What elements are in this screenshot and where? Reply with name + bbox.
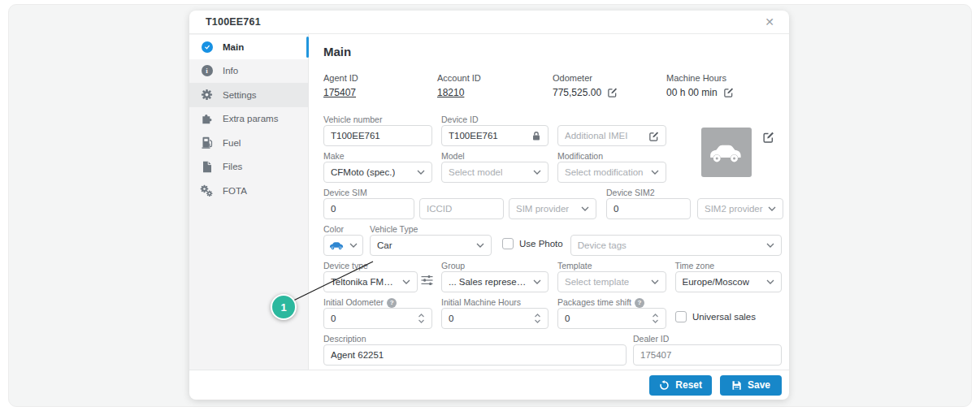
group-select[interactable]: ... Sales representatives <box>441 271 549 292</box>
description-input[interactable] <box>331 350 619 360</box>
packages-time-shift-input[interactable] <box>565 314 647 323</box>
edit-machine-hours-icon[interactable] <box>723 87 734 97</box>
fuel-pump-icon <box>200 136 214 149</box>
chevron-down-icon <box>402 279 410 284</box>
sidebar-item-main[interactable]: Main <box>189 35 308 59</box>
sidebar-item-files[interactable]: Files <box>189 155 308 180</box>
edit-imei-icon[interactable] <box>648 131 659 141</box>
use-photo-checkbox[interactable]: Use Photo <box>502 238 563 249</box>
agent-id-link[interactable]: 175407 <box>323 87 356 98</box>
dealer-id-input[interactable] <box>640 350 774 360</box>
model-select[interactable]: Select model <box>441 162 549 183</box>
make-select[interactable]: CFMoto (spec.) <box>323 162 432 183</box>
sim-provider-select[interactable]: SIM provider <box>509 198 596 219</box>
device-sim-label: Device SIM <box>323 188 596 198</box>
sidebar-item-extra-params[interactable]: Extra params <box>189 107 308 132</box>
sidebar-item-fota[interactable]: FOTA <box>189 179 308 203</box>
chevron-down-icon <box>533 279 541 284</box>
modification-select[interactable]: Select modification <box>557 162 666 183</box>
initial-odometer-input[interactable] <box>331 314 413 323</box>
stepper-icon[interactable] <box>652 312 659 325</box>
dealer-id-label: Dealer ID <box>633 334 782 344</box>
unit-properties-dialog: T100EE761 ✕ Main i Info Settings <box>189 11 789 400</box>
dialog-title: T100EE761 <box>206 16 761 28</box>
main-tab-content: Main Agent ID 175407 Account ID 18210 Od… <box>309 34 789 370</box>
sidebar-item-label: Extra params <box>223 114 278 123</box>
template-select[interactable]: Select template <box>557 271 666 292</box>
sidebar-item-info[interactable]: i Info <box>189 59 308 84</box>
info-circle-icon: i <box>200 65 214 76</box>
sidebar-item-label: Main <box>223 42 244 52</box>
agent-id-label: Agent ID <box>323 73 437 84</box>
puzzle-icon <box>200 113 214 125</box>
device-tags-select[interactable]: Device tags <box>570 235 782 256</box>
reset-icon <box>659 380 670 391</box>
model-label: Model <box>441 151 549 162</box>
chevron-down-icon <box>417 170 425 175</box>
device-type-select[interactable]: Teltonika FM4200 <box>323 271 418 292</box>
edit-photo-icon[interactable] <box>762 131 774 143</box>
initial-machine-hours-input[interactable] <box>449 314 529 323</box>
time-zone-select[interactable]: Europe/Moscow <box>675 271 783 292</box>
close-icon[interactable]: ✕ <box>761 15 778 29</box>
chevron-down-icon <box>651 279 659 284</box>
car-color-icon <box>329 240 345 251</box>
initial-odometer-label: Initial Odometer <box>323 297 384 308</box>
chevron-down-icon <box>349 243 358 248</box>
odometer-value: 775,525.00 <box>553 87 601 98</box>
chevron-down-icon <box>766 243 774 248</box>
sidebar-item-label: Fuel <box>223 138 241 148</box>
device-sim2-input[interactable] <box>614 204 683 214</box>
iccid-input[interactable] <box>427 204 497 214</box>
vehicle-number-input[interactable] <box>331 131 425 141</box>
double-gear-icon <box>200 184 214 197</box>
car-photo-icon <box>709 141 744 164</box>
help-icon[interactable]: ? <box>635 298 644 308</box>
account-id-link[interactable]: 18210 <box>437 87 464 98</box>
edit-odometer-icon[interactable] <box>607 87 618 97</box>
sidebar-item-label: FOTA <box>223 186 247 196</box>
template-label: Template <box>557 261 666 271</box>
device-id-input[interactable] <box>449 131 527 141</box>
sidebar-item-fuel[interactable]: Fuel <box>189 131 308 155</box>
sim2-provider-select[interactable]: SIM2 provider <box>697 198 783 219</box>
chevron-down-icon <box>533 170 541 175</box>
chevron-down-icon <box>581 206 589 211</box>
device-id-label: Device ID <box>441 115 549 125</box>
stepper-icon[interactable] <box>418 312 425 325</box>
chevron-down-icon <box>651 170 659 175</box>
odometer-label: Odometer <box>553 73 666 84</box>
sidebar-item-label: Info <box>223 66 238 76</box>
summary-row: Agent ID 175407 Account ID 18210 Odomete… <box>323 73 782 98</box>
sidebar: Main i Info Settings Extra params <box>189 34 309 370</box>
make-label: Make <box>323 151 432 162</box>
vehicle-type-select[interactable]: Car <box>370 235 492 256</box>
reset-button[interactable]: Reset <box>649 375 712 396</box>
device-type-label: Device type <box>323 261 418 271</box>
device-type-settings-icon[interactable] <box>421 275 433 286</box>
chevron-down-icon <box>768 206 776 211</box>
chevron-down-icon <box>476 243 484 248</box>
row-description: Description Dealer ID <box>323 334 782 366</box>
file-icon <box>200 161 214 173</box>
universal-sales-checkbox-input[interactable] <box>675 311 687 322</box>
help-icon[interactable]: ? <box>387 298 397 308</box>
time-zone-label: Time zone <box>675 261 783 271</box>
save-button[interactable]: Save <box>720 375 782 396</box>
save-icon <box>731 380 742 391</box>
sidebar-item-settings[interactable]: Settings <box>189 83 308 107</box>
row-device-type: Device type Teltonika FM4200 <box>323 261 782 292</box>
use-photo-checkbox-input[interactable] <box>502 238 514 249</box>
color-select[interactable] <box>323 235 363 256</box>
stepper-icon[interactable] <box>534 312 541 325</box>
color-label: Color <box>323 224 363 235</box>
sidebar-item-label: Settings <box>223 90 257 100</box>
additional-imei-input[interactable] <box>565 131 644 141</box>
device-sim-input[interactable] <box>331 204 407 214</box>
vehicle-number-label: Vehicle number <box>323 115 432 125</box>
universal-sales-checkbox[interactable]: Universal sales <box>675 311 756 322</box>
sidebar-item-label: Files <box>223 162 242 171</box>
page-title: Main <box>323 45 782 59</box>
packages-time-shift-label: Packages time shift <box>557 297 631 308</box>
chevron-down-icon <box>766 279 774 284</box>
